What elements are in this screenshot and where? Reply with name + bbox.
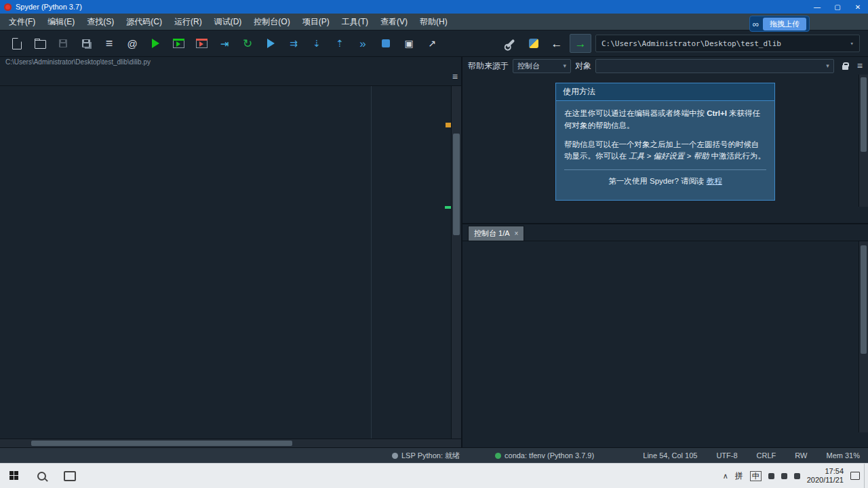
menu-path-ref: 工具 > 偏好设置 > 帮助 [629, 152, 709, 160]
spyder-window: Spyder (Python 3.7) — ▢ ✕ ∞ 拖拽上传 文件(F)编辑… [0, 0, 868, 488]
menu-item[interactable]: 文件(F) [3, 14, 41, 30]
ime-mode-indicator[interactable]: 拼 [735, 470, 743, 482]
help-source-combo[interactable]: 控制台 ▾ [513, 59, 571, 73]
tutorial-link[interactable]: 教程 [707, 177, 722, 185]
editor-horizontal-scrollbar[interactable] [0, 439, 461, 447]
python-path-icon[interactable] [522, 33, 545, 54]
console-output[interactable] [462, 241, 859, 432]
chevron-down-icon: ▾ [850, 40, 854, 47]
scrollbar-thumb[interactable] [861, 245, 867, 354]
help-object-combo[interactable]: ▾ [595, 59, 834, 73]
drag-upload-button[interactable]: 拖拽上传 [763, 18, 806, 30]
console-tab[interactable]: 控制台 1/A × [468, 226, 524, 241]
menu-item[interactable]: 查找(S) [81, 14, 120, 30]
run-cell-advance-icon[interactable] [190, 33, 213, 54]
readwrite-status: RW [795, 451, 807, 460]
help-scrollbar[interactable] [859, 75, 868, 207]
task-view-button[interactable] [56, 464, 83, 488]
run-selection-icon[interactable]: ⇥ [213, 33, 236, 54]
menu-item[interactable]: 编辑(E) [41, 14, 81, 30]
file-switcher-icon[interactable]: ≡ [98, 33, 121, 54]
menu-item[interactable]: 帮助(H) [414, 14, 454, 30]
tab-close-icon[interactable]: × [515, 230, 519, 237]
save-file-icon[interactable] [52, 33, 75, 54]
debug-file-icon[interactable] [259, 33, 282, 54]
show-desktop-button[interactable] [864, 464, 868, 488]
restart-kernel-icon[interactable]: ↻ [236, 33, 259, 54]
tray-volume-icon[interactable] [768, 473, 774, 479]
debug-run-line-icon[interactable]: ⇉ [282, 33, 305, 54]
close-icon[interactable]: ✕ [848, 0, 868, 14]
menu-item[interactable]: 控制台(O) [248, 14, 296, 30]
menu-item[interactable]: 查看(V) [374, 14, 414, 30]
clock-date: 2020/11/21 [807, 476, 844, 485]
maximize-icon[interactable]: ▢ [827, 0, 848, 14]
clock[interactable]: 17:54 2020/11/21 [807, 467, 844, 485]
editor-tab-bar: ≡ [0, 70, 461, 86]
encoding: UTF-8 [716, 451, 737, 460]
system-tray: ∧ 拼 中 17:54 2020/11/21 [719, 464, 864, 488]
memory-status: Mem 31% [826, 451, 860, 460]
scrollbar-thumb[interactable] [31, 441, 292, 446]
cursor-position: Line 54, Col 105 [643, 451, 697, 460]
console-tab-label: 控制台 1/A [474, 228, 510, 239]
open-file-icon[interactable] [28, 33, 52, 54]
status-bar: LSP Python: 就绪 conda: tfenv (Python 3.7.… [0, 447, 868, 463]
shortcut-key: Ctrl+I [707, 109, 727, 117]
menu-item[interactable]: 工具(T) [336, 14, 374, 30]
debug-step-into-icon[interactable]: ⇣ [305, 33, 328, 54]
windows-logo-icon [9, 471, 19, 481]
tray-expand-icon[interactable]: ∧ [723, 472, 728, 481]
debug-step-out-icon[interactable]: ⇡ [328, 33, 351, 54]
symbol-finder-icon[interactable]: @ [121, 33, 144, 54]
upload-overlay: ∞ 拖拽上传 [749, 16, 810, 32]
upload-overlay-icon: ∞ [753, 20, 759, 28]
usage-paragraph: 在这里你可以通过在编辑器或者终端中按 Ctrl+I 来获得任何对象的帮助信息。 [564, 108, 766, 132]
tray-network-icon[interactable] [781, 473, 787, 479]
tray-security-icon[interactable] [794, 473, 800, 479]
spyder-logo-icon [4, 3, 12, 11]
menu-item[interactable]: 调试(D) [208, 14, 248, 30]
help-options-icon[interactable]: ≡ [857, 60, 863, 71]
help-object-label: 对象 [575, 60, 591, 72]
help-pane: 帮助来源于 控制台 ▾ 对象 ▾ ≡ 使用方法 [462, 57, 868, 224]
chevron-down-icon: ▾ [826, 62, 829, 69]
forward-icon[interactable]: → [570, 34, 591, 53]
scrollbar-thumb[interactable] [861, 77, 867, 152]
working-directory-combo[interactable]: C:\Users\Administrator\Desktop\test_dlib… [595, 35, 860, 52]
menu-item[interactable]: 项目(P) [296, 14, 336, 30]
usage-box: 使用方法 在这里你可以通过在编辑器或者终端中按 Ctrl+I 来获得任何对象的帮… [555, 83, 775, 201]
editor-pane: C:\Users\Administrator\Desktop\test_dlib… [0, 57, 462, 447]
ime-lang-indicator[interactable]: 中 [750, 471, 762, 481]
usage-paragraph: 第一次使用 Spyder? 请阅读 教程 [564, 176, 766, 188]
save-all-icon[interactable] [75, 33, 98, 54]
toolbar: ≡@⇥↻⇉⇣⇡»▣↗ ←→ C:\Users\Administrator\Des… [0, 30, 868, 57]
tab-options-icon[interactable]: ≡ [452, 72, 458, 81]
back-icon[interactable]: ← [545, 33, 568, 54]
scrollbar-thumb[interactable] [453, 134, 460, 235]
conda-status: conda: tfenv (Python 3.7.9) [495, 451, 594, 460]
title-bar[interactable]: Spyder (Python 3.7) — ▢ ✕ [0, 0, 868, 14]
new-file-icon[interactable] [5, 33, 28, 54]
menu-item[interactable]: 源代码(C) [120, 14, 168, 30]
debug-stop-icon[interactable] [374, 33, 397, 54]
minimize-icon[interactable]: — [807, 0, 827, 14]
fullscreen-icon[interactable]: ↗ [420, 33, 443, 54]
code-editor[interactable] [0, 86, 461, 439]
search-button[interactable] [28, 464, 56, 488]
run-cell-icon[interactable] [167, 33, 190, 54]
maximize-pane-icon[interactable]: ▣ [397, 33, 420, 54]
menu-item[interactable]: 运行(R) [168, 14, 208, 30]
window-title: Spyder (Python 3.7) [16, 3, 82, 11]
console-scrollbar[interactable] [859, 241, 868, 432]
debug-continue-icon[interactable]: » [351, 33, 374, 54]
start-button[interactable] [0, 464, 28, 488]
working-directory-value: C:\Users\Administrator\Desktop\test_dlib [601, 39, 781, 48]
action-center-icon[interactable] [850, 472, 860, 480]
preferences-wrench-icon[interactable] [499, 33, 522, 54]
eol-status: CRLF [757, 451, 776, 460]
lock-icon[interactable] [838, 59, 853, 73]
run-file-icon[interactable] [144, 33, 167, 54]
editor-vertical-scrollbar[interactable] [451, 86, 461, 439]
help-content: 使用方法 在这里你可以通过在编辑器或者终端中按 Ctrl+I 来获得任何对象的帮… [462, 75, 868, 207]
